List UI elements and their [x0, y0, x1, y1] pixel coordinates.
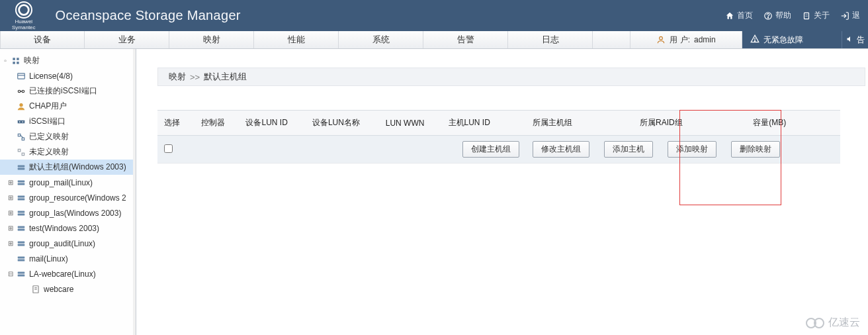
hostgroup-icon	[16, 269, 26, 279]
table-header-row: 选择控制器设备LUN ID设备LUN名称LUN WWN主机LUN ID所属主机组…	[157, 111, 840, 136]
svg-rect-37	[18, 228, 25, 230]
watermark: 亿速云	[806, 316, 860, 330]
tree-item[interactable]: 已定义映射	[0, 129, 136, 144]
sound-icon	[846, 35, 854, 45]
help-link[interactable]: 帮助	[763, 10, 791, 21]
empty-cell	[195, 136, 442, 164]
collapse-icon[interactable]: ▫	[1, 57, 9, 64]
breadcrumb: 映射 >> 默认主机组	[157, 68, 865, 86]
table-wrap: 选择控制器设备LUN ID设备LUN名称LUN WWN主机LUN ID所属主机组…	[157, 110, 840, 164]
svg-rect-26	[18, 149, 21, 152]
tree-item[interactable]: 已连接的iSCSI端口	[0, 83, 136, 99]
about-label: 关于	[814, 10, 830, 21]
table-col-header[interactable]: LUN WWN	[379, 111, 442, 136]
tree-item-label: 默认主机组(Windows 2003)	[29, 162, 126, 173]
add-mapping-button[interactable]: 添加映射	[668, 141, 716, 158]
table-col-header[interactable]: 所属主机组	[526, 111, 633, 136]
table-col-header[interactable]: 所属RAID组	[633, 111, 746, 136]
nav-business[interactable]: 业务	[85, 31, 169, 48]
delete-mapping-button[interactable]: 删除映射	[731, 141, 780, 158]
svg-point-2	[768, 17, 769, 18]
tree-root[interactable]: ▫ 映射	[0, 53, 136, 68]
table-col-header[interactable]: 设备LUN名称	[306, 111, 379, 136]
select-all-checkbox[interactable]	[164, 144, 173, 153]
expand-icon[interactable]: ⊞	[7, 240, 15, 247]
table-col-header[interactable]: 控制器	[195, 111, 239, 136]
breadcrumb-part1[interactable]: 映射	[169, 71, 186, 83]
sidebar-splitter[interactable]	[133, 49, 136, 335]
svg-rect-35	[18, 213, 25, 215]
nav-log[interactable]: 日志	[508, 31, 593, 48]
map-undefined-icon	[16, 147, 26, 158]
about-icon	[802, 11, 811, 21]
iscsi-port-icon	[16, 117, 26, 127]
hostgroup-icon	[16, 162, 26, 173]
svg-rect-39	[18, 244, 25, 246]
license-icon	[16, 71, 26, 81]
tree-item[interactable]: webcare	[0, 281, 136, 297]
create-hostgroup-button[interactable]: 创建主机组	[462, 141, 519, 158]
svg-rect-11	[17, 58, 19, 60]
tree-item[interactable]: ⊞group_resource(Windows 2	[0, 190, 136, 205]
nav-user[interactable]: 用 户:admin	[630, 31, 742, 48]
svg-rect-14	[18, 73, 25, 78]
user-prefix: 用 户:	[670, 31, 690, 48]
table-col-header[interactable]: 主机LUN ID	[442, 111, 527, 136]
tree-item[interactable]: License(4/8)	[0, 68, 136, 83]
action-buttons-cell: 修改主机组 添加主机 添加映射 删除映射	[526, 136, 840, 164]
tree-item[interactable]: 默认主机组(Windows 2003)	[0, 160, 136, 175]
svg-point-17	[22, 90, 24, 93]
logout-link[interactable]: 退	[840, 10, 860, 21]
logo-text-top: Huawei	[15, 19, 32, 24]
svg-point-19	[20, 103, 23, 107]
collapse-icon[interactable]: ⊟	[7, 270, 15, 277]
tree-item[interactable]: mail(Linux)	[0, 251, 136, 266]
nav-alarm[interactable]: 告警	[423, 31, 508, 48]
add-host-button[interactable]: 添加主机	[604, 141, 653, 158]
svg-line-25	[21, 135, 23, 138]
table-col-header[interactable]: 设备LUN ID	[239, 111, 305, 136]
svg-rect-42	[18, 271, 25, 273]
about-link[interactable]: 关于	[802, 10, 830, 21]
nav-performance[interactable]: 性能	[254, 31, 339, 48]
svg-rect-24	[22, 138, 24, 140]
expand-icon[interactable]: ⊞	[7, 179, 15, 186]
svg-rect-13	[17, 62, 19, 64]
tree-item-label: group_audit(Linux)	[29, 239, 95, 248]
tree-item[interactable]: ⊞group_las(Windows 2003)	[0, 205, 136, 220]
expand-icon[interactable]: ⊞	[7, 209, 15, 216]
logout-icon	[840, 11, 849, 21]
table-col-header[interactable]: 容量(MB)	[746, 111, 840, 136]
nav-mapping[interactable]: 映射	[169, 31, 254, 48]
watermark-icon	[814, 318, 824, 328]
tree-item[interactable]: ⊞group_mail(Linux)	[0, 175, 136, 190]
tree-item-label: group_mail(Linux)	[29, 178, 93, 187]
help-label: 帮助	[775, 10, 791, 21]
table-col-header[interactable]: 选择	[157, 111, 195, 136]
svg-rect-36	[18, 226, 25, 228]
tree-item[interactable]: ⊞group_audit(Linux)	[0, 236, 136, 251]
svg-rect-34	[18, 211, 25, 213]
nav-device[interactable]: 设备	[0, 31, 85, 48]
tree-item-label: 未定义映射	[29, 146, 69, 158]
header-right: 首页 帮助 关于 退	[725, 10, 860, 21]
nav-status[interactable]: 无紧急故障	[742, 31, 842, 48]
warning-icon	[750, 34, 760, 46]
nav-alert-suffix[interactable]: 告	[842, 31, 868, 48]
tree-item[interactable]: iSCSI端口	[0, 114, 136, 129]
modify-hostgroup-button[interactable]: 修改主机组	[533, 141, 589, 158]
nav-system[interactable]: 系统	[339, 31, 423, 48]
tree-item[interactable]: ⊟LA-webcare(Linux)	[0, 266, 136, 281]
tree-item[interactable]: CHAP用户	[0, 99, 136, 114]
tree-item[interactable]: ⊞test(Windows 2003)	[0, 220, 136, 236]
lun-table: 选择控制器设备LUN ID设备LUN名称LUN WWN主机LUN ID所属主机组…	[157, 110, 840, 164]
main-area: ▫ 映射 License(4/8)已连接的iSCSI端口CHAP用户iSCSI端…	[0, 49, 868, 335]
tree-item-label: webcare	[44, 285, 73, 294]
tree-item-label: CHAP用户	[29, 101, 67, 112]
expand-icon[interactable]: ⊞	[7, 224, 15, 232]
svg-rect-30	[18, 180, 25, 182]
expand-icon[interactable]: ⊞	[7, 194, 15, 201]
home-link[interactable]: 首页	[725, 10, 753, 21]
tree-item[interactable]: 未定义映射	[0, 144, 136, 160]
logout-label: 退	[852, 10, 860, 21]
